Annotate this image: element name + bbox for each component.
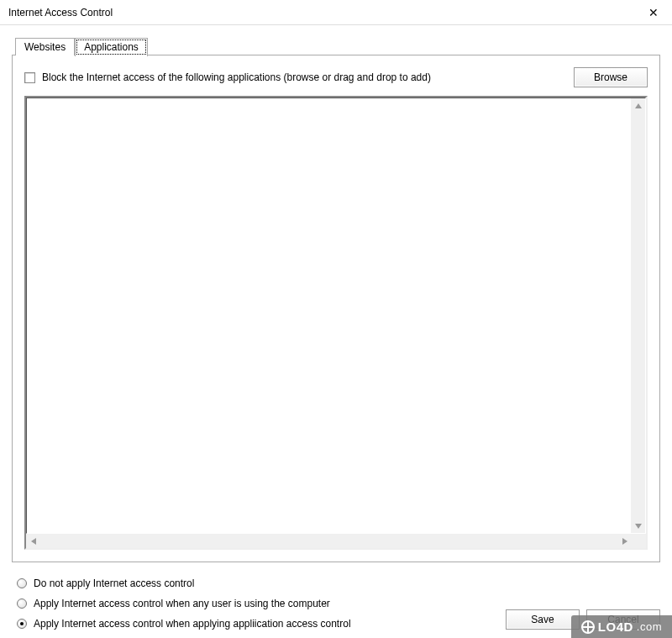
listbox-inner (26, 98, 646, 534)
radio-any-user-input[interactable] (17, 598, 27, 609)
scroll-corner (632, 534, 646, 548)
radio-app-access-input[interactable] (17, 619, 27, 629)
tab-websites[interactable]: Websites (15, 38, 75, 55)
applications-listbox[interactable] (24, 96, 648, 550)
close-button[interactable]: ✕ (634, 0, 672, 25)
radio-group: Do not apply Internet access control App… (12, 577, 351, 630)
browse-button[interactable]: Browse (574, 67, 648, 87)
titlebar: Internet Access Control ✕ (0, 0, 672, 25)
window: Internet Access Control ✕ Websites Appli… (0, 0, 672, 638)
horizontal-scrollbar[interactable] (26, 534, 632, 548)
scroll-up-icon[interactable] (631, 98, 645, 113)
tab-applications-label: Applications (84, 41, 139, 53)
vertical-scrollbar[interactable] (631, 98, 645, 533)
radio-app-access[interactable]: Apply Internet access control when apply… (17, 618, 351, 630)
radio-app-access-label: Apply Internet access control when apply… (34, 618, 351, 630)
hscroll-wrap (26, 534, 646, 548)
watermark-suffix: .com (637, 620, 662, 633)
radio-none-label: Do not apply Internet access control (34, 577, 194, 589)
tab-websites-label: Websites (24, 41, 66, 53)
radio-any-user-label: Apply Internet access control when any u… (34, 598, 330, 609)
globe-icon (581, 620, 595, 634)
block-checkbox[interactable] (24, 72, 35, 83)
block-checkbox-label: Block the Internet access of the followi… (42, 71, 431, 83)
scroll-down-icon[interactable] (631, 519, 645, 533)
tab-panel-applications: Block the Internet access of the followi… (12, 55, 660, 562)
list-content[interactable] (27, 98, 631, 533)
content-area: Websites Applications Block the Internet… (0, 25, 672, 638)
scroll-right-icon[interactable] (617, 534, 632, 548)
bottom-area: Do not apply Internet access control App… (12, 564, 660, 630)
save-button[interactable]: Save (506, 609, 580, 630)
panel-top-row: Block the Internet access of the followi… (24, 67, 648, 87)
radio-any-user[interactable]: Apply Internet access control when any u… (17, 598, 351, 609)
close-icon: ✕ (648, 6, 659, 19)
scroll-left-icon[interactable] (26, 534, 40, 548)
radio-none-input[interactable] (17, 578, 27, 588)
block-checkbox-row[interactable]: Block the Internet access of the followi… (24, 71, 431, 83)
tab-strip: Websites Applications (12, 37, 660, 55)
window-title: Internet Access Control (8, 7, 113, 18)
watermark-text: LO4D (598, 620, 633, 634)
tab-applications[interactable]: Applications (75, 38, 148, 56)
radio-none[interactable]: Do not apply Internet access control (17, 577, 351, 589)
watermark: LO4D.com (571, 615, 672, 638)
